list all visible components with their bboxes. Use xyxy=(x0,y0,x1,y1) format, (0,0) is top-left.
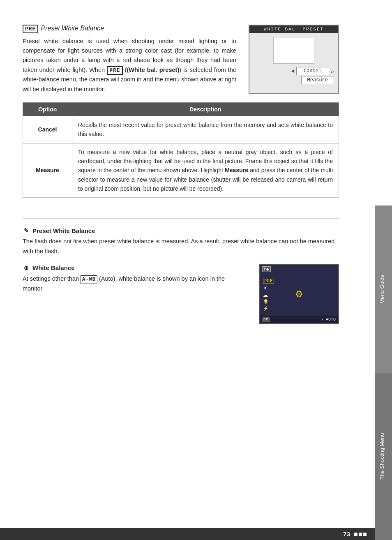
mode-icon: M● xyxy=(262,266,271,272)
option-measure: Measure xyxy=(23,143,72,198)
table-row: Measure To measure a new value for white… xyxy=(23,143,339,198)
pre-inline-badge: PRE xyxy=(107,66,122,75)
bottom-section: ⊕ White Balance At settings other than A… xyxy=(23,264,339,324)
desc-measure: To measure a new value for white balance… xyxy=(72,143,339,198)
page-dot-1 xyxy=(354,533,357,536)
section-heading: PRE Preset White Balance xyxy=(23,25,236,33)
note-2-title: White Balance xyxy=(32,264,75,271)
note-2-heading: ⊕ White Balance xyxy=(23,264,247,272)
page-number-bar: 73 xyxy=(0,528,375,540)
notes-section: ✎ Preset White Balance The flash does no… xyxy=(23,218,339,323)
main-content: PRE Preset White Balance Preset white ba… xyxy=(0,0,362,348)
camera-menu-cancel-option: ◄ Cancel ↵ xyxy=(291,67,334,75)
desc-cancel: Recalls the most recent value for preset… xyxy=(72,116,339,143)
camera-screen-bottom: 3M ⚡ AUTO xyxy=(260,316,338,323)
page-number: 73 xyxy=(343,531,350,538)
bold-text: (White bal. preset) xyxy=(127,67,179,73)
wb-pre-icon: PRE xyxy=(263,278,274,284)
camera-screen-body: PRE ☀ ☁ 💡 ⚡ ⚙ xyxy=(260,273,338,316)
page-dot-2 xyxy=(359,533,362,536)
table-header-option: Option xyxy=(23,102,72,116)
wb-bulb-icon: 💡 xyxy=(263,299,274,305)
page-dot-3 xyxy=(363,533,367,536)
camera-screen: M● PRE ☀ ☁ 💡 ⚡ ⚙ xyxy=(259,264,339,324)
page-dots xyxy=(354,533,367,536)
wb-cloud-icon: ☁ xyxy=(263,292,274,298)
pre-badge: PRE xyxy=(23,25,38,33)
arrow-left-icon: ◄ xyxy=(291,68,294,74)
resolution-label: 3M xyxy=(262,317,270,322)
note-1-body: The flash does not fire when preset whit… xyxy=(23,237,339,256)
camera-menu-measure-option: Measure xyxy=(301,76,334,84)
table-row: Cancel Recalls the most recent value for… xyxy=(23,116,339,143)
cancel-label: Cancel xyxy=(296,67,329,75)
note-1-title: Preset White Balance xyxy=(32,227,95,234)
flash-label: ⚡ AUTO xyxy=(321,317,336,322)
note-preset-wb: ✎ Preset White Balance The flash does no… xyxy=(23,227,339,256)
section-heading-italic: Preset White Balance xyxy=(41,25,104,32)
camera-screen-top: M● xyxy=(260,265,338,273)
camera-menu-preview xyxy=(273,37,314,64)
option-cancel: Cancel xyxy=(23,116,72,143)
measure-label: Measure xyxy=(301,76,334,84)
bottom-text: ⊕ White Balance At settings other than A… xyxy=(23,264,247,293)
center-gear-icon: ⚙ xyxy=(295,289,303,300)
note-2-body-text: At settings other than xyxy=(23,275,81,282)
awb-badge: A-WB xyxy=(81,275,97,284)
section-body: Preset white balance is used when shooti… xyxy=(23,37,236,94)
wb-sun-icon: ☀ xyxy=(263,285,274,291)
pencil-icon: ✎ xyxy=(23,227,30,234)
option-table: Option Description Cancel Recalls the mo… xyxy=(23,102,339,198)
right-sidebar: Menu Guide The Shooting Menu xyxy=(375,0,392,540)
table-header-description: Description xyxy=(72,102,339,116)
camera-menu-body: ◄ Cancel ↵ Measure xyxy=(249,33,338,88)
sidebar-menu-guide: Menu Guide xyxy=(375,205,392,373)
wb-flash-icon: ⚡ xyxy=(263,306,274,311)
sidebar-top-space xyxy=(375,0,392,205)
note-1-heading: ✎ Preset White Balance xyxy=(23,227,339,234)
arrow-right-icon: ↵ xyxy=(331,68,334,75)
section-text: PRE Preset White Balance Preset white ba… xyxy=(23,25,236,94)
camera-menu-title: WHITE BAL. PRESET xyxy=(249,25,338,33)
wb-icons-column: PRE ☀ ☁ 💡 ⚡ xyxy=(263,278,274,311)
note-wb: ⊕ White Balance At settings other than A… xyxy=(23,264,339,324)
magnify-icon: ⊕ xyxy=(23,264,30,272)
note-2-body: At settings other than A-WB (Auto), whit… xyxy=(23,274,247,293)
section-top: PRE Preset White Balance Preset white ba… xyxy=(23,25,339,94)
camera-menu-display: WHITE BAL. PRESET ◄ Cancel ↵ Measure xyxy=(249,25,339,94)
sidebar-shooting-menu: The Shooting Menu xyxy=(375,373,392,540)
camera-menu-options: ◄ Cancel ↵ Measure xyxy=(254,67,334,84)
